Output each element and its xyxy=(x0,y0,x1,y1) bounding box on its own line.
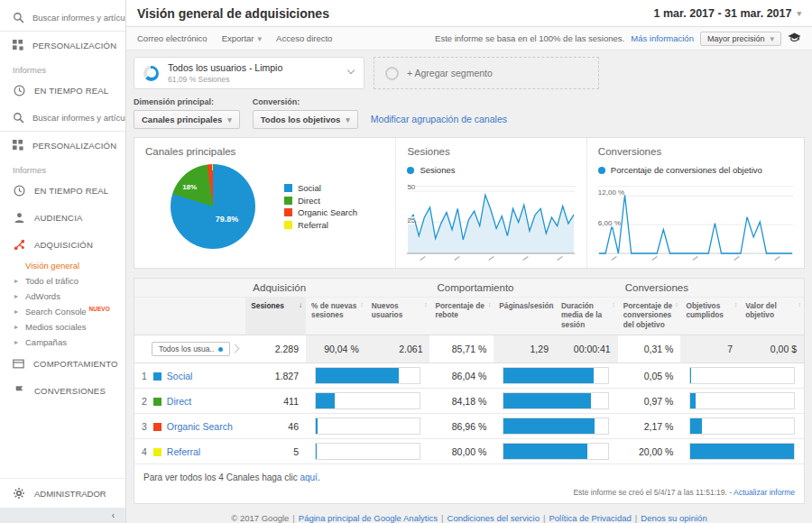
sidebar-subitem-campa-as[interactable]: ▸Campañas xyxy=(0,335,125,350)
column-header-1[interactable]: Sesiones↓ xyxy=(245,297,306,335)
precision-select[interactable]: Mayor precisión▾ xyxy=(700,32,781,46)
sidebar-item-en-tiempo-real[interactable]: EN TIEMPO REAL xyxy=(0,77,125,104)
total-value-6: 00:00:41 xyxy=(556,335,618,363)
new-badge: NUEVO xyxy=(89,306,110,312)
education-hat-icon[interactable] xyxy=(788,32,801,45)
metric-bar xyxy=(494,439,617,464)
triangle-right-icon: ▸ xyxy=(14,323,20,331)
group-header-adquisición: Adquisición xyxy=(245,279,429,298)
refresh-report-link[interactable]: Actualizar informe xyxy=(734,488,795,497)
table-row-direct: 2Direct41184,18 %0,97 % xyxy=(134,389,804,414)
channel-link[interactable]: Referral xyxy=(167,446,200,457)
chevron-down-icon: ▾ xyxy=(227,115,232,124)
sidebar-item-admin[interactable]: ADMINISTRADOR xyxy=(0,478,125,508)
email-button[interactable]: Correo electrónico xyxy=(137,33,208,43)
total-value-2: 90,04 % xyxy=(306,335,366,363)
sessions-chart[interactable]: 50 25 xyxy=(407,186,575,254)
column-header-8[interactable]: Objetivos cumplidos↕ xyxy=(680,297,740,335)
grid-icon xyxy=(13,39,23,51)
conversion-value: 2,17 % xyxy=(618,414,681,439)
sidebar-item-en-tiempo-real[interactable]: EN TIEMPO REAL xyxy=(0,177,125,204)
metric-bar xyxy=(306,439,429,464)
add-segment-label: + Agregar segmento xyxy=(407,68,493,78)
segment-chip[interactable]: Todos los usua.. xyxy=(152,342,230,356)
sidebar-subitem-medios-sociales[interactable]: ▸Medios sociales xyxy=(0,319,125,335)
channel-link[interactable]: Direct xyxy=(167,396,191,407)
date-range-picker[interactable]: 1 mar. 2017 - 31 mar. 2017 ▾ xyxy=(654,7,801,20)
footer-link-p-gina-principal-de-google-analytics[interactable]: Página principal de Google Analytics xyxy=(299,513,438,523)
metric-bar xyxy=(494,414,617,439)
footer-link-pol-tica-de-privacidad[interactable]: Política de Privacidad xyxy=(549,513,631,523)
column-header-4[interactable]: Porcentaje de rebote↕ xyxy=(429,297,494,335)
sidebar-item-personalizaci-n[interactable]: PERSONALIZACIÓN xyxy=(0,132,125,159)
see-all-channels-link[interactable]: aquí xyxy=(300,473,317,482)
overview-charts-card: Canales principales 79.8% 18% SocialDire… xyxy=(134,137,805,269)
column-header-6[interactable]: Duración media de la sesión↕ xyxy=(556,297,618,335)
metric-bar xyxy=(680,389,804,414)
sidebar-item-conversiones[interactable]: CONVERSIONES xyxy=(0,377,125,404)
conversion-select[interactable]: Todos los objetivos▾ xyxy=(253,110,358,129)
table-row-social: 1Social1.82786,04 %0,05 % xyxy=(134,363,804,389)
column-header-9[interactable]: Valor del objetivo↕ xyxy=(740,297,804,335)
column-header-3[interactable]: Nuevos usuarios↕ xyxy=(366,297,430,335)
chevron-down-icon: ▾ xyxy=(258,34,263,43)
sessions-title: Sesiones xyxy=(407,146,575,157)
column-header-5[interactable]: Páginas/sesión↕ xyxy=(494,297,556,335)
channel-link[interactable]: Social xyxy=(167,371,193,381)
dimension-label: Dimensión principal: xyxy=(134,97,240,106)
table-totals-row: Todos los usua..2.28990,04 %2.06185,71 %… xyxy=(134,335,804,363)
conversions-title: Conversiones xyxy=(598,146,793,157)
export-button[interactable]: Exportar▾ xyxy=(222,33,262,43)
sidebar-subitem-visi-n-general[interactable]: Visión general xyxy=(0,258,125,273)
sort-desc-icon: ↓ xyxy=(299,301,302,310)
channel-swatch-icon xyxy=(153,398,161,406)
dimension-select[interactable]: Canales principales▾ xyxy=(134,110,240,129)
column-header-2[interactable]: % de nuevas sesiones↕ xyxy=(306,297,366,335)
page-header: Visión general de adquisiciones 1 mar. 2… xyxy=(126,0,812,27)
footer-link-condiciones-del-servicio[interactable]: Condiciones del servicio xyxy=(448,513,540,523)
sidebar-collapse-button[interactable]: ‹ xyxy=(0,508,125,523)
sidebar-search-input[interactable]: Buscar informes y artículo: xyxy=(0,4,125,32)
footer-separator: | xyxy=(441,513,443,523)
sidebar-subitem-todo-el-tr-fico[interactable]: ▸Todo el tráfico xyxy=(0,273,125,289)
conversions-chart[interactable]: 12,00 % 6,00 % xyxy=(598,186,793,254)
segment-row: Todos los usuarios - Limpio 61,09 % Sesi… xyxy=(134,57,805,89)
sidebar-item-adquisici-n[interactable]: ADQUISICIÓN xyxy=(0,231,125,258)
legend-swatch-icon xyxy=(284,221,292,229)
legend-swatch-icon xyxy=(284,184,292,192)
add-segment-button[interactable]: + Agregar segmento xyxy=(374,57,599,89)
sidebar-item-comportamiento[interactable]: COMPORTAMIENTO xyxy=(0,350,125,377)
edit-channel-grouping-link[interactable]: Modificar agrupación de canales xyxy=(371,114,507,124)
pie-legend: SocialDirectOrganic SearchReferral xyxy=(284,181,357,233)
copyright: © 2017 Google xyxy=(231,513,289,523)
footer-link-denos-su-opini-n[interactable]: Denos su opinión xyxy=(641,513,706,523)
channels-pie-chart[interactable]: 79.8% 18% xyxy=(171,164,255,249)
legend-swatch-icon xyxy=(284,208,292,216)
shortcut-button[interactable]: Acceso directo xyxy=(276,33,332,43)
channel-link[interactable]: Organic Search xyxy=(167,421,233,432)
segment-ring-icon xyxy=(385,67,399,80)
active-segment-card[interactable]: Todos los usuarios - Limpio 61,09 % Sesi… xyxy=(134,57,364,89)
y-tick-label: 25 xyxy=(407,216,415,225)
sort-icon: ↕ xyxy=(734,301,738,309)
legend-item-social: Social xyxy=(284,183,357,193)
date-range-label: 1 mar. 2017 - 31 mar. 2017 xyxy=(654,7,792,20)
more-info-link[interactable]: Más información xyxy=(631,33,694,43)
acquisition-icon xyxy=(13,238,25,251)
sidebar-subitem-adwords[interactable]: ▸AdWords xyxy=(0,289,125,304)
sort-icon: ↕ xyxy=(798,301,802,309)
pie-slice-label: 18% xyxy=(182,183,197,191)
sessions-value: 5 xyxy=(245,439,306,464)
sidebar-search-input[interactable]: Buscar informes y artículo: xyxy=(0,104,125,132)
channels-table: AdquisiciónComportamientoConversionesSes… xyxy=(134,279,804,464)
conversions-legend: Porcentaje de conversiones del objetivo xyxy=(598,165,793,175)
sessions-value: 411 xyxy=(245,389,306,414)
channel-swatch-icon xyxy=(153,372,161,381)
group-header-comportamiento: Comportamiento xyxy=(429,279,617,298)
legend-swatch-icon xyxy=(284,197,292,205)
column-header-7[interactable]: Porcentaje de conversiones del objetivo↕ xyxy=(618,297,681,335)
sidebar-item-personalizaci-n[interactable]: PERSONALIZACIÓN xyxy=(0,32,125,59)
sidebar-item-audiencia[interactable]: AUDIENCIA xyxy=(0,204,125,231)
sidebar-subitem-search-console[interactable]: ▸Search ConsoleNUEVO xyxy=(0,304,125,319)
person-icon xyxy=(13,211,25,224)
